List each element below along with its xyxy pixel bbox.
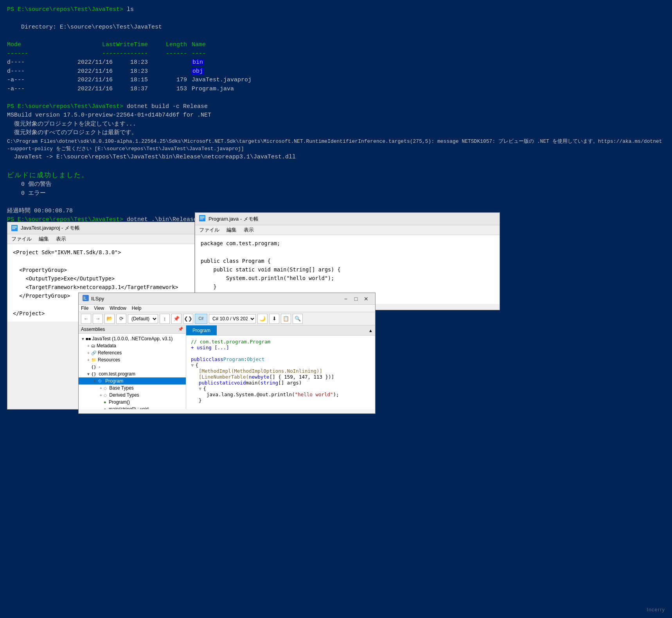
- code-line-methodimpl: [MethodImpl(MethodImplOptions.NoInlining…: [191, 368, 370, 374]
- kw-class: class: [208, 356, 223, 362]
- settings-button[interactable]: 📋: [281, 314, 291, 324]
- collapse-icon-2[interactable]: ▼: [199, 386, 202, 392]
- svg-rect-1: [12, 226, 17, 227]
- icon-javatest: ■■: [86, 336, 91, 341]
- ilspy-window: IL ILSpy − □ ✕ File View Window Help ← →…: [78, 293, 376, 414]
- sort-button[interactable]: ↕: [160, 314, 170, 324]
- class-program: Program: [223, 356, 244, 362]
- ps-blank-1: [7, 14, 665, 23]
- code-line-expand[interactable]: + using [...]: [191, 345, 370, 350]
- code-button[interactable]: ❮❯: [183, 314, 193, 324]
- code-content-area[interactable]: // com.test.program.Program + using [...…: [186, 336, 375, 409]
- refresh-button[interactable]: ⟳: [116, 314, 126, 324]
- watermark: Incerry: [647, 607, 665, 613]
- ps-msbuild: MSBuild version 17.5.0-preview-22564-01+…: [7, 111, 665, 120]
- theme-button[interactable]: 🌙: [257, 314, 268, 324]
- ps-row-bin: d---- 2022/11/16 18:23 bin: [7, 58, 665, 67]
- ps-restore2: 復元対象のすべてのプロジェクトは最新です。: [7, 129, 665, 138]
- code-line-close-inner: }: [191, 397, 370, 403]
- svg-rect-6: [200, 217, 205, 218]
- ps-bin: bin: [192, 59, 204, 66]
- open-brace: {: [196, 362, 199, 368]
- fn-main: main(: [246, 380, 261, 386]
- tree-empty-ns[interactable]: {} -: [79, 363, 186, 370]
- tree-ctor[interactable]: ● Program(): [79, 399, 186, 406]
- svg-rect-0: [11, 225, 18, 231]
- kw-public2: public: [199, 380, 216, 386]
- download-button[interactable]: ⬇: [269, 314, 279, 324]
- println-end: );: [333, 392, 339, 397]
- ilspy-menubar[interactable]: File View Window Help: [79, 305, 375, 312]
- notepad2-title: Program.java - メモ帳: [208, 216, 259, 223]
- code-tab-program[interactable]: Program: [186, 325, 217, 335]
- notepad1-menu-view[interactable]: 表示: [56, 235, 66, 243]
- svg-rect-2: [12, 227, 17, 228]
- label-program: Program: [104, 378, 123, 384]
- icon-references: 🔗: [91, 350, 97, 356]
- tree-references[interactable]: + 🔗 References: [79, 349, 186, 356]
- ilspy-menu-file[interactable]: File: [81, 305, 88, 311]
- code-panel-container: Program ▲ // com.test.program.Program + …: [186, 325, 375, 409]
- expand-base-types: +: [98, 386, 104, 390]
- code-line-1: // com.test.program.Program: [191, 339, 370, 345]
- code-blank-1: [191, 350, 370, 356]
- version-select[interactable]: C# 10.0 / VS 2022: [209, 314, 256, 323]
- search-button[interactable]: 🔍: [293, 314, 303, 324]
- collapse-icon[interactable]: ▼: [191, 362, 194, 368]
- ps-obj: obj: [192, 68, 204, 75]
- label-references: References: [98, 350, 122, 356]
- using-expand[interactable]: + using [...]: [191, 345, 229, 350]
- scroll-up-icon[interactable]: ▲: [368, 328, 373, 333]
- forward-button[interactable]: →: [93, 314, 103, 324]
- attr-methodimpl: [MethodImpl(MethodImplOptions.: [199, 368, 287, 374]
- tree-program[interactable]: ▼ 🔷 Program: [79, 377, 186, 384]
- kw-string: string: [261, 380, 278, 386]
- minimize-button[interactable]: −: [341, 295, 351, 303]
- kw-byte: byte: [258, 374, 270, 380]
- ps-warning: C:\Program Files\dotnet\sdk\8.0.100-alph…: [7, 138, 665, 153]
- label-derived-types: Derived Types: [108, 392, 139, 398]
- label-empty-ns: -: [97, 364, 100, 370]
- ilspy-menu-help[interactable]: Help: [132, 305, 142, 311]
- ps-dll: JavaTest -> E:\source\repos\Test\JavaTes…: [7, 153, 665, 162]
- notepad1-menu-file[interactable]: ファイル: [11, 235, 32, 243]
- lang-btn[interactable]: C#: [195, 314, 207, 324]
- ilspy-menu-window[interactable]: Window: [110, 305, 126, 311]
- ps-row-obj: d---- 2022/11/16 18:23 obj: [7, 67, 665, 76]
- byte-array: [] { 159, 147, 113 })]: [270, 374, 334, 380]
- back-button[interactable]: ←: [81, 314, 91, 324]
- tree-derived-types[interactable]: + ◇ Derived Types: [79, 392, 186, 399]
- notepad2-titlebar: Program.java - メモ帳: [195, 213, 500, 225]
- kw-static: static: [216, 380, 234, 386]
- attr-close: )]: [316, 368, 322, 374]
- label-base-types: Base Types: [108, 385, 134, 391]
- tree-javatest[interactable]: ▼ ■■ JavaTest (1.0.0.0, .NETCoreApp, v3.…: [79, 335, 186, 342]
- tree-base-types[interactable]: + ◇ Base Types: [79, 384, 186, 392]
- notepad2-menu-edit[interactable]: 編集: [226, 226, 237, 234]
- tree-main[interactable]: ● main(string[]) : void: [79, 406, 186, 409]
- notepad2-menubar[interactable]: ファイル 編集 表示: [195, 225, 500, 235]
- expand-derived-types: +: [98, 393, 104, 397]
- notepad2-menu-view[interactable]: 表示: [244, 226, 254, 234]
- notepad1-menu-edit[interactable]: 編集: [39, 235, 49, 243]
- ps-restore1: 復元対象のプロジェクトを決定しています...: [7, 120, 665, 129]
- close-inner-brace: }: [199, 397, 202, 403]
- notepad1-menubar[interactable]: ファイル 編集 表示: [7, 234, 194, 244]
- tree-resources[interactable]: + 📁 Resources: [79, 356, 186, 363]
- assembly-select[interactable]: (Default): [128, 314, 158, 323]
- sep-colon: :: [244, 356, 247, 362]
- svg-rect-4: [199, 215, 205, 221]
- ilspy-menu-view[interactable]: View: [94, 305, 104, 311]
- close-button[interactable]: ✕: [361, 295, 371, 303]
- pin-button[interactable]: 📌: [171, 314, 181, 324]
- assemblies-panel[interactable]: ▼ ■■ JavaTest (1.0.0.0, .NETCoreApp, v3.…: [79, 334, 186, 409]
- expand-empty-ns: [86, 365, 91, 369]
- notepad2-menu-file[interactable]: ファイル: [199, 226, 219, 234]
- maximize-button[interactable]: □: [351, 295, 361, 303]
- open-button[interactable]: 📂: [104, 314, 115, 324]
- ps-success: ビルドに成功しました。: [7, 171, 665, 181]
- tree-namespace[interactable]: ▼ {} com.test.program: [79, 370, 186, 377]
- code-line-class: public class Program : Object: [191, 356, 370, 362]
- tree-metadata[interactable]: + 🗂 Metadata: [79, 342, 186, 349]
- ps-row-program: -a--- 2022/11/16 18:37 153 Program.java: [7, 85, 665, 94]
